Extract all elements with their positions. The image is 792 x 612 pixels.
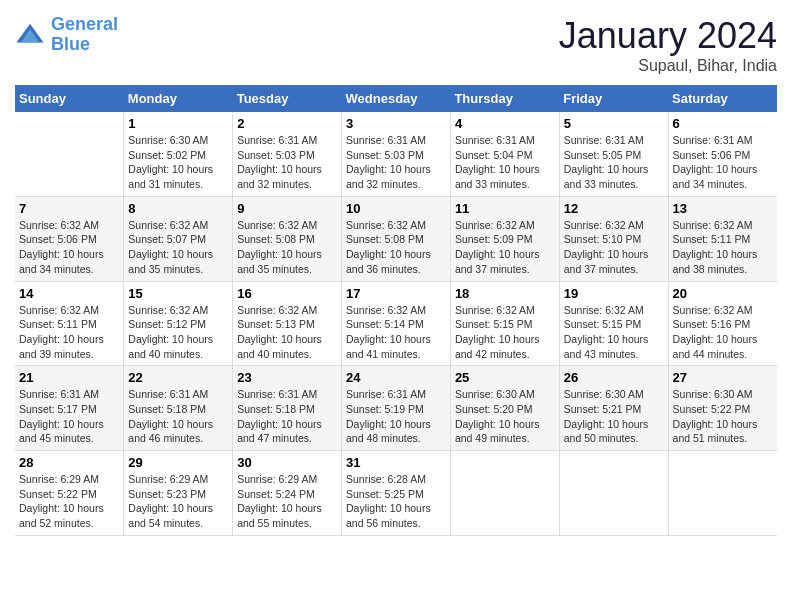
calendar-cell: 4Sunrise: 6:31 AM Sunset: 5:04 PM Daylig… bbox=[450, 112, 559, 196]
week-row-1: 1Sunrise: 6:30 AM Sunset: 5:02 PM Daylig… bbox=[15, 112, 777, 196]
calendar-cell: 28Sunrise: 6:29 AM Sunset: 5:22 PM Dayli… bbox=[15, 451, 124, 536]
calendar-cell: 15Sunrise: 6:32 AM Sunset: 5:12 PM Dayli… bbox=[124, 281, 233, 366]
day-number: 19 bbox=[564, 286, 664, 301]
day-info: Sunrise: 6:31 AM Sunset: 5:04 PM Dayligh… bbox=[455, 133, 555, 192]
day-number: 29 bbox=[128, 455, 228, 470]
calendar-title: January 2024 bbox=[559, 15, 777, 57]
day-number: 5 bbox=[564, 116, 664, 131]
day-number: 27 bbox=[673, 370, 773, 385]
logo: General Blue bbox=[15, 15, 118, 55]
weekday-header-row: SundayMondayTuesdayWednesdayThursdayFrid… bbox=[15, 85, 777, 112]
calendar-cell bbox=[559, 451, 668, 536]
day-number: 21 bbox=[19, 370, 119, 385]
day-number: 22 bbox=[128, 370, 228, 385]
logo-text: General Blue bbox=[51, 15, 118, 55]
day-number: 2 bbox=[237, 116, 337, 131]
day-info: Sunrise: 6:30 AM Sunset: 5:02 PM Dayligh… bbox=[128, 133, 228, 192]
calendar-cell bbox=[15, 112, 124, 196]
calendar-cell: 22Sunrise: 6:31 AM Sunset: 5:18 PM Dayli… bbox=[124, 366, 233, 451]
calendar-cell: 21Sunrise: 6:31 AM Sunset: 5:17 PM Dayli… bbox=[15, 366, 124, 451]
day-number: 6 bbox=[673, 116, 773, 131]
calendar-cell: 18Sunrise: 6:32 AM Sunset: 5:15 PM Dayli… bbox=[450, 281, 559, 366]
day-info: Sunrise: 6:32 AM Sunset: 5:09 PM Dayligh… bbox=[455, 218, 555, 277]
header: General Blue January 2024 Supaul, Bihar,… bbox=[15, 15, 777, 75]
day-info: Sunrise: 6:32 AM Sunset: 5:14 PM Dayligh… bbox=[346, 303, 446, 362]
day-info: Sunrise: 6:32 AM Sunset: 5:08 PM Dayligh… bbox=[237, 218, 337, 277]
day-info: Sunrise: 6:32 AM Sunset: 5:15 PM Dayligh… bbox=[564, 303, 664, 362]
day-info: Sunrise: 6:31 AM Sunset: 5:03 PM Dayligh… bbox=[346, 133, 446, 192]
day-info: Sunrise: 6:32 AM Sunset: 5:06 PM Dayligh… bbox=[19, 218, 119, 277]
calendar-cell: 31Sunrise: 6:28 AM Sunset: 5:25 PM Dayli… bbox=[342, 451, 451, 536]
day-info: Sunrise: 6:31 AM Sunset: 5:06 PM Dayligh… bbox=[673, 133, 773, 192]
weekday-header-wednesday: Wednesday bbox=[342, 85, 451, 112]
calendar-cell: 26Sunrise: 6:30 AM Sunset: 5:21 PM Dayli… bbox=[559, 366, 668, 451]
day-info: Sunrise: 6:30 AM Sunset: 5:20 PM Dayligh… bbox=[455, 387, 555, 446]
calendar-subtitle: Supaul, Bihar, India bbox=[559, 57, 777, 75]
week-row-4: 21Sunrise: 6:31 AM Sunset: 5:17 PM Dayli… bbox=[15, 366, 777, 451]
day-info: Sunrise: 6:30 AM Sunset: 5:21 PM Dayligh… bbox=[564, 387, 664, 446]
day-info: Sunrise: 6:32 AM Sunset: 5:11 PM Dayligh… bbox=[673, 218, 773, 277]
day-number: 10 bbox=[346, 201, 446, 216]
calendar-cell bbox=[668, 451, 777, 536]
day-info: Sunrise: 6:31 AM Sunset: 5:18 PM Dayligh… bbox=[128, 387, 228, 446]
calendar-cell: 19Sunrise: 6:32 AM Sunset: 5:15 PM Dayli… bbox=[559, 281, 668, 366]
day-info: Sunrise: 6:28 AM Sunset: 5:25 PM Dayligh… bbox=[346, 472, 446, 531]
day-info: Sunrise: 6:30 AM Sunset: 5:22 PM Dayligh… bbox=[673, 387, 773, 446]
day-info: Sunrise: 6:32 AM Sunset: 5:11 PM Dayligh… bbox=[19, 303, 119, 362]
day-number: 18 bbox=[455, 286, 555, 301]
day-number: 14 bbox=[19, 286, 119, 301]
day-number: 24 bbox=[346, 370, 446, 385]
day-number: 1 bbox=[128, 116, 228, 131]
calendar-cell: 27Sunrise: 6:30 AM Sunset: 5:22 PM Dayli… bbox=[668, 366, 777, 451]
day-number: 23 bbox=[237, 370, 337, 385]
logo-icon bbox=[15, 20, 45, 50]
calendar-cell: 3Sunrise: 6:31 AM Sunset: 5:03 PM Daylig… bbox=[342, 112, 451, 196]
calendar-cell: 23Sunrise: 6:31 AM Sunset: 5:18 PM Dayli… bbox=[233, 366, 342, 451]
day-info: Sunrise: 6:29 AM Sunset: 5:23 PM Dayligh… bbox=[128, 472, 228, 531]
calendar-cell: 30Sunrise: 6:29 AM Sunset: 5:24 PM Dayli… bbox=[233, 451, 342, 536]
day-info: Sunrise: 6:32 AM Sunset: 5:16 PM Dayligh… bbox=[673, 303, 773, 362]
day-number: 31 bbox=[346, 455, 446, 470]
calendar-cell: 16Sunrise: 6:32 AM Sunset: 5:13 PM Dayli… bbox=[233, 281, 342, 366]
calendar-cell: 10Sunrise: 6:32 AM Sunset: 5:08 PM Dayli… bbox=[342, 196, 451, 281]
day-info: Sunrise: 6:32 AM Sunset: 5:13 PM Dayligh… bbox=[237, 303, 337, 362]
day-info: Sunrise: 6:29 AM Sunset: 5:22 PM Dayligh… bbox=[19, 472, 119, 531]
calendar-cell: 20Sunrise: 6:32 AM Sunset: 5:16 PM Dayli… bbox=[668, 281, 777, 366]
day-number: 15 bbox=[128, 286, 228, 301]
day-info: Sunrise: 6:31 AM Sunset: 5:05 PM Dayligh… bbox=[564, 133, 664, 192]
weekday-header-friday: Friday bbox=[559, 85, 668, 112]
calendar-cell: 14Sunrise: 6:32 AM Sunset: 5:11 PM Dayli… bbox=[15, 281, 124, 366]
calendar-body: 1Sunrise: 6:30 AM Sunset: 5:02 PM Daylig… bbox=[15, 112, 777, 535]
day-info: Sunrise: 6:31 AM Sunset: 5:03 PM Dayligh… bbox=[237, 133, 337, 192]
day-info: Sunrise: 6:32 AM Sunset: 5:15 PM Dayligh… bbox=[455, 303, 555, 362]
day-info: Sunrise: 6:29 AM Sunset: 5:24 PM Dayligh… bbox=[237, 472, 337, 531]
calendar-cell: 24Sunrise: 6:31 AM Sunset: 5:19 PM Dayli… bbox=[342, 366, 451, 451]
logo-line2: Blue bbox=[51, 34, 90, 54]
day-info: Sunrise: 6:31 AM Sunset: 5:19 PM Dayligh… bbox=[346, 387, 446, 446]
weekday-header-monday: Monday bbox=[124, 85, 233, 112]
day-info: Sunrise: 6:32 AM Sunset: 5:07 PM Dayligh… bbox=[128, 218, 228, 277]
day-info: Sunrise: 6:31 AM Sunset: 5:18 PM Dayligh… bbox=[237, 387, 337, 446]
calendar-cell: 13Sunrise: 6:32 AM Sunset: 5:11 PM Dayli… bbox=[668, 196, 777, 281]
day-number: 11 bbox=[455, 201, 555, 216]
calendar-cell: 5Sunrise: 6:31 AM Sunset: 5:05 PM Daylig… bbox=[559, 112, 668, 196]
calendar-cell: 1Sunrise: 6:30 AM Sunset: 5:02 PM Daylig… bbox=[124, 112, 233, 196]
calendar-cell: 12Sunrise: 6:32 AM Sunset: 5:10 PM Dayli… bbox=[559, 196, 668, 281]
day-number: 20 bbox=[673, 286, 773, 301]
day-info: Sunrise: 6:32 AM Sunset: 5:10 PM Dayligh… bbox=[564, 218, 664, 277]
calendar-cell: 17Sunrise: 6:32 AM Sunset: 5:14 PM Dayli… bbox=[342, 281, 451, 366]
day-number: 16 bbox=[237, 286, 337, 301]
calendar-header: SundayMondayTuesdayWednesdayThursdayFrid… bbox=[15, 85, 777, 112]
day-number: 8 bbox=[128, 201, 228, 216]
week-row-5: 28Sunrise: 6:29 AM Sunset: 5:22 PM Dayli… bbox=[15, 451, 777, 536]
day-number: 9 bbox=[237, 201, 337, 216]
calendar-cell: 11Sunrise: 6:32 AM Sunset: 5:09 PM Dayli… bbox=[450, 196, 559, 281]
day-info: Sunrise: 6:31 AM Sunset: 5:17 PM Dayligh… bbox=[19, 387, 119, 446]
day-number: 26 bbox=[564, 370, 664, 385]
calendar-cell: 8Sunrise: 6:32 AM Sunset: 5:07 PM Daylig… bbox=[124, 196, 233, 281]
day-number: 7 bbox=[19, 201, 119, 216]
title-area: January 2024 Supaul, Bihar, India bbox=[559, 15, 777, 75]
day-number: 4 bbox=[455, 116, 555, 131]
day-info: Sunrise: 6:32 AM Sunset: 5:12 PM Dayligh… bbox=[128, 303, 228, 362]
week-row-2: 7Sunrise: 6:32 AM Sunset: 5:06 PM Daylig… bbox=[15, 196, 777, 281]
